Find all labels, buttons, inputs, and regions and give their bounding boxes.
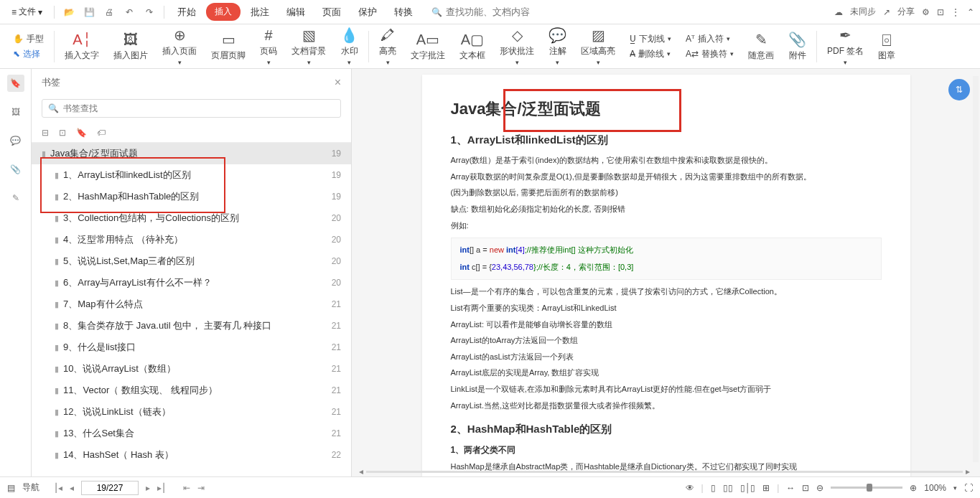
tool-hand[interactable]: ✋手型 [13, 33, 44, 45]
watermark[interactable]: 💧水印▾ [333, 27, 365, 66]
open-icon[interactable]: 📂 [60, 4, 78, 21]
zoom-thumb[interactable] [867, 484, 872, 492]
continuous-icon[interactable]: ▯▯ [723, 483, 733, 493]
bookmark-item[interactable]: ▮10、说说ArrayList（数组）21 [32, 358, 351, 380]
textbox[interactable]: A▢文本框 [452, 31, 493, 62]
chevron-down-icon: ▾ [668, 35, 671, 42]
bookmark-item[interactable]: ▮13、什么Set集合21 [32, 423, 351, 444]
attachment-rail-icon[interactable]: 📎 [7, 161, 24, 178]
zoom-slider[interactable] [831, 487, 902, 489]
page-number[interactable]: #页码▾ [253, 27, 284, 66]
chevron-down-icon[interactable]: ▾ [953, 484, 957, 492]
bookmark-item[interactable]: ▮11、Vector（ 数组实现、 线程同步）21 [32, 380, 351, 401]
stamp[interactable]: ⌻图章 [871, 32, 902, 62]
nav-icon[interactable]: ▤ [7, 483, 15, 493]
collapse-icon[interactable]: ⌃ [967, 7, 974, 17]
add-bookmark-icon[interactable]: 🔖 [76, 128, 87, 138]
bookmark-search[interactable]: 🔍 [42, 99, 341, 118]
tab-edit[interactable]: 编辑 [279, 1, 312, 23]
undo-icon[interactable]: ↶ [121, 4, 138, 21]
search-input[interactable] [446, 6, 561, 17]
bookmark-item[interactable]: ▮Java集合/泛型面试题19 [32, 143, 351, 164]
file-menu[interactable]: ≡ 文件 ▾ [6, 3, 48, 21]
feedback-icon[interactable]: ⊡ [937, 7, 944, 17]
horizontal-scrollbar[interactable]: ◂▸ [359, 468, 970, 475]
shape-comment[interactable]: ◇形状批注▾ [493, 27, 541, 66]
tab-insert[interactable]: 插入 [206, 3, 241, 21]
bookmark-item[interactable]: ▮2、HashMap和HashTable的区别19 [32, 186, 351, 207]
comment-rail-icon[interactable]: 💬 [7, 132, 24, 149]
freehand[interactable]: ✎随意画 [741, 31, 781, 62]
last-page-icon[interactable]: ▸⎮ [157, 483, 166, 493]
tab-annotate[interactable]: 批注 [243, 1, 276, 23]
highlight[interactable]: 🖍高亮▾ [372, 27, 403, 66]
zoom-out-icon[interactable]: ⊖ [816, 483, 823, 493]
bookmark-item[interactable]: ▮7、Map有什么特点21 [32, 293, 351, 315]
fullscreen-icon[interactable]: ⛶ [964, 483, 973, 493]
bookmark-search-input[interactable] [63, 103, 335, 113]
floating-action-button[interactable]: ⇅ [948, 79, 970, 100]
bookmark-item[interactable]: ▮12、说说LinkList（链表）21 [32, 401, 351, 423]
attachment[interactable]: 📎附件 [781, 31, 813, 62]
fit-width-icon[interactable]: ↔ [786, 483, 795, 493]
collapse-all-icon[interactable]: ⊟ [42, 128, 49, 138]
more-icon[interactable]: ⋮ [951, 7, 960, 17]
nav-label[interactable]: 导航 [22, 481, 39, 494]
vertical-scrollbar[interactable] [973, 76, 979, 462]
zoom-value[interactable]: 100% [924, 483, 946, 493]
share-btn[interactable]: 分享 [897, 6, 915, 18]
view-icon[interactable]: 👁 [686, 483, 694, 493]
insert-page[interactable]: ⊕插入页面▾ [155, 27, 204, 66]
single-page-icon[interactable]: ▯ [711, 483, 716, 493]
bookmark-item[interactable]: ▮5、说说List,Set,Map三者的区别20 [32, 250, 351, 272]
header-footer[interactable]: ▭页眉页脚 [204, 31, 253, 62]
first-page-icon[interactable]: ⎮◂ [54, 483, 62, 493]
close-icon[interactable]: × [335, 76, 341, 89]
thumbnail-rail-icon[interactable]: 🖼 [7, 103, 24, 121]
insert-image[interactable]: 🖼插入图片 [106, 32, 155, 62]
bookmark-rail-icon[interactable]: 🔖 [7, 75, 24, 92]
page-input[interactable] [81, 481, 139, 495]
sync-status[interactable]: 未同步 [850, 6, 876, 18]
search-box[interactable]: 🔍 [431, 6, 561, 17]
outdent-icon[interactable]: ⇤ [183, 483, 190, 493]
indent-icon[interactable]: ⇥ [197, 483, 205, 493]
bookmark-item[interactable]: ▮1、ArrayList和linkedList的区别19 [32, 164, 351, 186]
prev-page-icon[interactable]: ◂ [70, 483, 74, 493]
strikeout[interactable]: A̶删除线▾ [630, 48, 671, 60]
bookmark-item[interactable]: ▮3、Collection包结构，与Collections的区别20 [32, 207, 351, 229]
text-comment[interactable]: A▭文字批注 [403, 31, 452, 62]
expand-all-icon[interactable]: ⊡ [59, 128, 66, 138]
bookmark-item[interactable]: ▮14、HashSet（ Hash 表）22 [32, 444, 351, 466]
two-page-icon[interactable]: ▯│▯ [740, 483, 756, 493]
underline[interactable]: U̲下划线▾ [630, 33, 671, 45]
pdf-sign[interactable]: ✒PDF 签名▾ [820, 27, 871, 66]
tool-select[interactable]: ⬉选择 [13, 48, 40, 60]
shape-rail-icon[interactable]: ✎ [7, 189, 24, 207]
bookmark-item[interactable]: ▮6、Array与ArrayList有什么不一样？20 [32, 272, 351, 293]
tab-protect[interactable]: 保护 [351, 1, 384, 23]
insert-text[interactable]: A╎插入文字 [57, 31, 106, 62]
replace-char[interactable]: A⇄替换符▾ [686, 48, 734, 60]
tab-start[interactable]: 开始 [170, 1, 203, 23]
zoom-in-icon[interactable]: ⊕ [910, 483, 917, 493]
gear-icon[interactable]: ⚙ [922, 7, 930, 17]
doc-bg[interactable]: ▧文档背景▾ [284, 27, 333, 66]
tab-convert[interactable]: 转换 [387, 1, 420, 23]
bookmark-icon[interactable]: 🏷 [97, 128, 106, 138]
redo-icon[interactable]: ↷ [141, 4, 158, 21]
insert-char[interactable]: Aᵀ插入符▾ [686, 33, 730, 45]
next-page-icon[interactable]: ▸ [146, 483, 150, 493]
note[interactable]: 💬注解▾ [541, 27, 574, 66]
bookmark-item[interactable]: ▮4、泛型常用特点 （待补充）20 [32, 229, 351, 250]
document-view[interactable]: Java集合/泛型面试题 1、ArrayList和linkedList的区别 A… [352, 69, 980, 476]
bookmark-item[interactable]: ▮8、集合类存放于 Java.util 包中， 主要有几 种接口21 [32, 315, 351, 337]
fit-page-icon[interactable]: ⊡ [802, 483, 809, 493]
tab-page[interactable]: 页面 [315, 1, 348, 23]
bookmark-item[interactable]: ▮9、什么是list接口21 [32, 337, 351, 358]
save-icon[interactable]: 💾 [80, 4, 98, 21]
print-icon[interactable]: 🖨 [101, 4, 118, 21]
strike-icon: A̶ [630, 49, 635, 59]
area-highlight[interactable]: ▨区域高亮▾ [574, 27, 622, 66]
grid-icon[interactable]: ⊞ [762, 483, 770, 493]
